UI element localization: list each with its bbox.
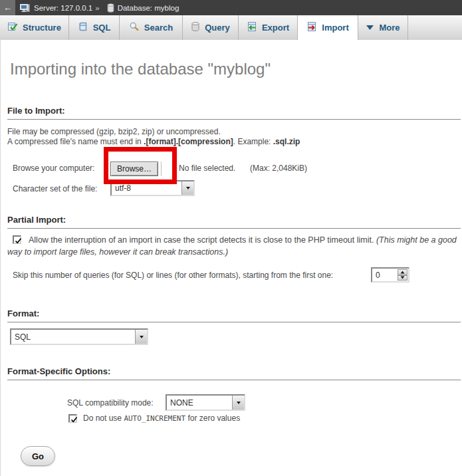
import-icon (306, 21, 317, 34)
structure-icon (7, 21, 18, 34)
breadcrumb-server[interactable]: Server: 127.0.0.1 (34, 4, 92, 12)
section-heading-partial-import: Partial Import: (7, 215, 461, 229)
tab-label: Export (262, 23, 289, 33)
section-heading-file-to-import: File to Import: (7, 106, 461, 120)
tab-structure[interactable]: Structure (0, 15, 69, 40)
query-icon (191, 21, 200, 34)
spinner-down-icon[interactable] (398, 275, 407, 281)
compression-info-line2: A compressed file's name must end in .[f… (7, 137, 300, 146)
sql-icon (78, 21, 88, 34)
format-select[interactable]: SQL (10, 328, 148, 345)
export-icon (247, 21, 257, 34)
database-icon (107, 3, 114, 13)
tab-more[interactable]: More (358, 15, 408, 40)
skip-queries-input[interactable]: 0 (371, 267, 409, 283)
section-heading-format: Format: (7, 308, 461, 322)
tab-label: Query (205, 23, 230, 33)
chevron-down-icon (366, 23, 374, 33)
allow-interruption-checkbox[interactable] (13, 235, 21, 244)
skip-queries-value: 0 (376, 271, 380, 280)
tab-label: Import (322, 23, 348, 33)
spinner-buttons (398, 269, 407, 281)
charset-label: Character set of the file: (13, 184, 97, 193)
format-selected-value: SQL (15, 332, 31, 342)
allow-interruption-row: Allow the interruption of an import in c… (7, 234, 458, 258)
auto-increment-checkbox[interactable] (68, 414, 77, 423)
sql-compat-dropdown-arrow-icon[interactable] (232, 396, 244, 410)
back-arrow-icon: ← (3, 3, 12, 13)
tab-label: More (379, 23, 400, 33)
section-heading-format-options: Format-Specific Options: (7, 366, 461, 380)
charset-dropdown-arrow-icon[interactable] (181, 181, 193, 195)
breadcrumb-bar: ← Server: 127.0.0.1 » Database: myblog (0, 0, 462, 15)
search-icon (129, 21, 140, 34)
format-dropdown-arrow-icon[interactable] (135, 330, 147, 344)
breadcrumb-separator: » (95, 4, 99, 12)
server-icon (20, 3, 31, 13)
tab-search[interactable]: Search (120, 15, 183, 40)
auto-increment-code: AUTO_INCREMENT (124, 414, 185, 423)
auto-increment-label: Do not use AUTO_INCREMENT for zero value… (83, 414, 240, 423)
tab-bar: Structure SQL Search (0, 15, 462, 40)
tab-import[interactable]: Import (298, 15, 358, 40)
allow-interruption-label: Allow the interruption of an import in c… (29, 235, 376, 245)
spinner-up-icon[interactable] (398, 269, 407, 275)
tab-export[interactable]: Export (239, 15, 298, 40)
auto-increment-row: Do not use AUTO_INCREMENT for zero value… (68, 414, 240, 423)
sql-compat-selected-value: NONE (170, 398, 193, 408)
charset-selected-value: utf-8 (115, 183, 131, 193)
back-button[interactable]: ← (0, 0, 15, 15)
max-upload-size-text: (Max: 2,048KiB) (250, 164, 307, 173)
tab-label: Search (144, 23, 173, 33)
no-file-selected-text: No file selected. (179, 164, 235, 173)
sql-compat-label: SQL compatibility mode: (67, 398, 154, 408)
go-button[interactable]: Go (21, 446, 55, 466)
tab-query[interactable]: Query (183, 15, 239, 40)
tab-label: SQL (93, 23, 111, 33)
breadcrumb-database[interactable]: Database: myblog (118, 4, 179, 12)
tab-label: Structure (23, 23, 61, 33)
file-input-divider (161, 162, 162, 176)
compression-info-line1: File may be compressed (gzip, bzip2, zip… (7, 127, 221, 136)
skip-queries-label: Skip this number of queries (for SQL) or… (13, 271, 333, 280)
browse-computer-label: Browse your computer: (13, 164, 94, 173)
browse-button[interactable]: Browse… (110, 162, 158, 176)
sql-compat-select[interactable]: NONE (166, 394, 245, 411)
page-title: Importing into the database "myblog" (10, 60, 271, 78)
import-page: Importing into the database "myblog" Fil… (0, 40, 462, 476)
charset-select[interactable]: utf-8 (110, 180, 195, 196)
tab-sql[interactable]: SQL (69, 15, 120, 40)
phpmyadmin-window: ← Server: 127.0.0.1 » Database: myblog (0, 0, 462, 476)
